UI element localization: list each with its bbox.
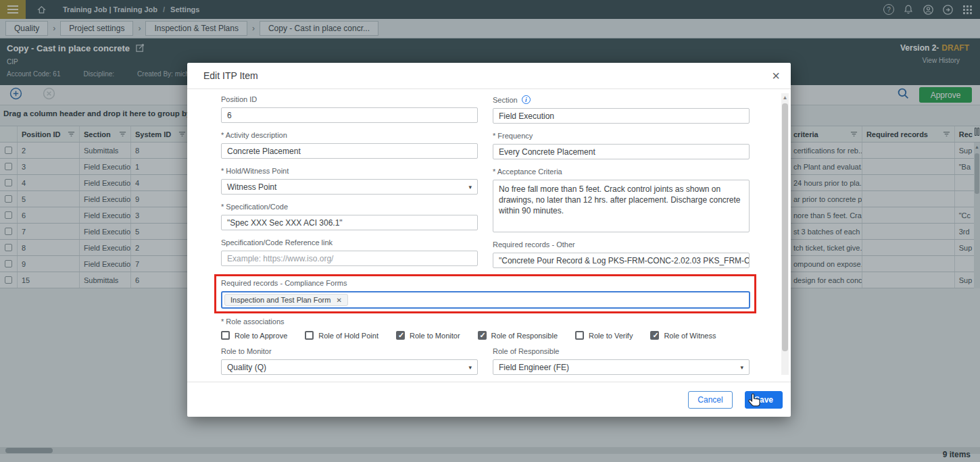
role-checkbox-item[interactable]: Role of Witness [650,331,716,340]
checkbox[interactable] [575,331,584,340]
checkbox[interactable] [305,331,314,340]
specification-code-label: * Specification/Code [221,203,478,211]
checkbox-label: Role of Hold Point [318,332,378,340]
hold-witness-point-label: * Hold/Witness Point [221,167,478,175]
spec-code-reference-link-field[interactable]: Example: https://www.iso.org/ [221,251,478,266]
edit-itp-item-dialog: Edit ITP Item × Position ID 6 * Activity… [187,63,791,417]
section-label: Section [493,96,518,104]
section-field[interactable]: Field Execution [493,108,750,124]
scroll-up-arrow-icon[interactable]: ▲ [781,93,789,101]
compliance-forms-input[interactable]: Inspection and Test Plan Form ✕ [221,291,750,309]
save-button[interactable]: Save [745,391,783,409]
role-to-monitor-select[interactable]: Quality (Q) ▾ [221,359,478,375]
scrollbar-thumb[interactable] [782,103,788,351]
role-checkbox-item[interactable]: Role to Approve [221,331,287,340]
required-records-other-label: Required records - Other [493,240,750,249]
role-checkbox-item[interactable]: Role of Responsible [478,331,558,340]
role-checkbox-item[interactable]: Role of Hold Point [305,331,378,340]
close-icon[interactable]: × [772,69,780,82]
frequency-field[interactable]: Every Concrete Placement [493,144,750,159]
checkbox-label: Role to Monitor [410,332,460,340]
dialog-footer: Cancel Save [187,382,791,417]
hold-witness-point-select[interactable]: Witness Point ▾ [221,179,478,195]
chevron-down-icon: ▾ [468,364,472,371]
checkbox[interactable] [478,331,487,340]
checkbox[interactable] [221,331,230,340]
activity-description-field[interactable]: Concrete Placement [221,143,478,159]
compliance-forms-label: Required records - Compliance Forms [221,279,750,287]
dialog-header: Edit ITP Item × [187,63,791,89]
chevron-down-icon: ▾ [468,184,472,190]
activity-description-label: * Activity description [221,131,478,139]
spec-code-reference-link-label: Specification/Code Reference link [221,238,478,247]
role-of-responsible-label: Role of Responsible [493,347,750,355]
chevron-down-icon: ▾ [740,364,743,371]
compliance-form-chip: Inspection and Test Plan Form ✕ [224,294,348,306]
acceptance-criteria-textarea[interactable]: No free fall more than 5 feet. Crack con… [493,180,750,232]
checkbox[interactable] [396,331,405,340]
acceptance-criteria-label: * Acceptance Criteria [493,168,750,176]
role-associations-group: Role to Approve Role of Hold Point Role … [221,331,750,340]
specification-code-field[interactable]: "Spec XXX Sec XXX ACI 306.1" [221,215,478,230]
position-id-label: Position ID [221,95,478,103]
dialog-scrollbar[interactable]: ▲ [781,93,789,375]
role-checkbox-item[interactable]: Role to Verify [575,331,633,340]
cancel-button[interactable]: Cancel [688,391,733,409]
checkbox-label: Role of Responsible [491,332,558,340]
chip-remove-icon[interactable]: ✕ [336,297,341,304]
position-id-field[interactable]: 6 [221,107,478,123]
frequency-label: * Frequency [493,132,750,140]
role-to-monitor-label: Role to Monitor [221,347,478,355]
role-checkbox-item[interactable]: Role to Monitor [396,331,460,340]
checkbox-label: Role to Verify [589,332,633,340]
info-icon[interactable]: i [522,95,531,104]
role-of-responsible-select[interactable]: Field Engineer (FE) ▾ [493,359,750,375]
checkbox-label: Role of Witness [664,332,716,340]
checkbox-label: Role to Approve [235,332,287,340]
checkbox[interactable] [650,331,659,340]
dialog-title: Edit ITP Item [203,70,772,81]
role-associations-label: * Role associations [221,317,750,326]
dialog-body: Position ID 6 * Activity description Con… [221,89,750,375]
required-records-other-field[interactable]: "Concrete Pour Record & Log PKS-FRM-CONC… [493,253,750,268]
